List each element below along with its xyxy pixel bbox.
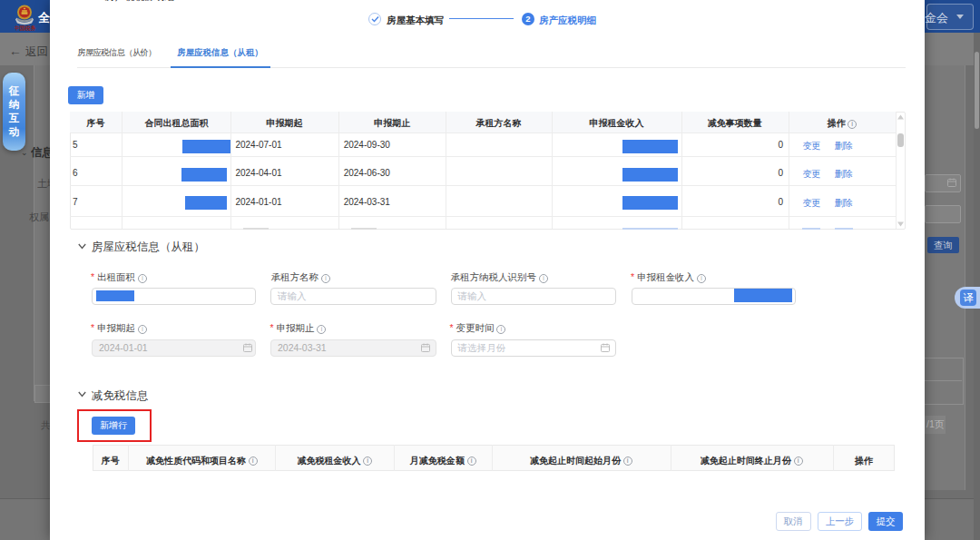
svg-text:中国税务: 中国税务 <box>15 25 36 31</box>
